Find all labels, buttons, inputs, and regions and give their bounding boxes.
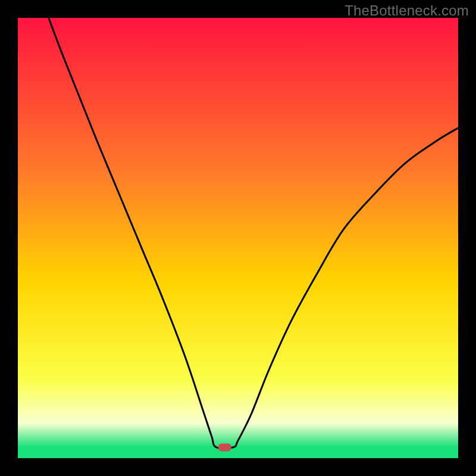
- gradient-background: [18, 18, 458, 458]
- chart-frame: TheBottleneck.com: [0, 0, 476, 476]
- bottleneck-chart: [18, 18, 458, 458]
- watermark-text: TheBottleneck.com: [345, 2, 469, 19]
- optimum-marker: [218, 444, 231, 452]
- plot-area: [18, 18, 458, 458]
